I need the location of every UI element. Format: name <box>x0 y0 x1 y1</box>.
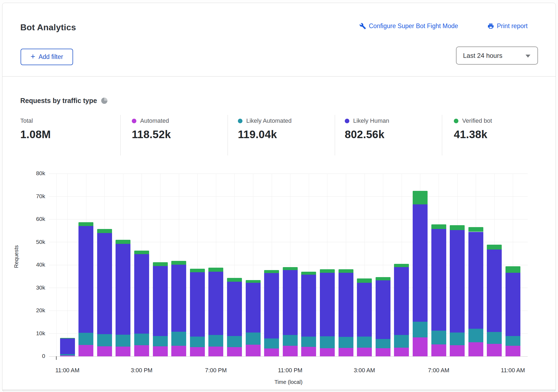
bottom-divider <box>2 390 556 390</box>
wrench-icon <box>359 23 366 29</box>
stat-value: 1.08M <box>20 128 51 141</box>
stat-label: Likely Automated <box>246 117 292 124</box>
time-range-select[interactable]: Last 24 hours <box>456 46 538 65</box>
legend-dot <box>454 119 458 123</box>
page-title: Bot Analytics <box>20 22 76 32</box>
stat-label-row: Verified bot <box>454 117 492 125</box>
stat-label-row: Automated <box>132 117 171 125</box>
printer-icon <box>487 23 494 29</box>
stat-likely-automated: Likely Automated119.04k <box>238 117 292 141</box>
stat-label: Verified bot <box>462 117 492 124</box>
stat-likely-human: Likely Human802.56k <box>345 117 389 141</box>
stat-value: 119.04k <box>238 128 292 141</box>
stat-divider <box>335 115 335 155</box>
stat-automated: Automated118.52k <box>132 117 171 141</box>
bot-analytics-page: Bot Analytics Configure Super Bot Fight … <box>0 0 558 392</box>
configure-super-bot-fight-mode-link[interactable]: Configure Super Bot Fight Mode <box>359 22 458 30</box>
stat-divider <box>442 115 442 155</box>
add-filter-label: Add filter <box>38 53 63 61</box>
stat-value: 118.52k <box>132 128 171 141</box>
stat-label: Automated <box>140 117 169 124</box>
add-filter-button[interactable]: + Add filter <box>21 49 73 65</box>
header-divider <box>2 76 556 77</box>
legend-dot <box>238 119 242 123</box>
legend-dot <box>345 119 349 123</box>
stat-label-row: Likely Human <box>345 117 389 125</box>
section-title: Requests by traffic type <box>20 97 97 105</box>
stat-label-row: Total <box>20 117 51 125</box>
legend-dot <box>132 119 136 123</box>
chevron-down-icon <box>526 55 530 58</box>
stat-value: 41.38k <box>454 128 492 141</box>
stat-label-row: Likely Automated <box>238 117 292 125</box>
stat-value: 802.56k <box>345 128 389 141</box>
configure-link-label: Configure Super Bot Fight Mode <box>369 22 458 30</box>
pie-chart-icon <box>101 98 107 104</box>
print-report-link[interactable]: Print report <box>487 22 528 30</box>
stat-label: Likely Human <box>353 117 389 124</box>
bot-analytics-card: Bot Analytics Configure Super Bot Fight … <box>2 3 556 392</box>
stat-total: Total1.08M <box>20 117 51 141</box>
stat-divider <box>228 115 228 155</box>
stat-divider <box>120 115 121 155</box>
plus-icon: + <box>31 52 35 61</box>
stat-label: Total <box>20 117 33 124</box>
stat-verified-bot: Verified bot41.38k <box>454 117 492 141</box>
section-title-row: Requests by traffic type <box>20 97 107 105</box>
time-range-value: Last 24 hours <box>463 52 502 59</box>
print-link-label: Print report <box>497 22 528 30</box>
